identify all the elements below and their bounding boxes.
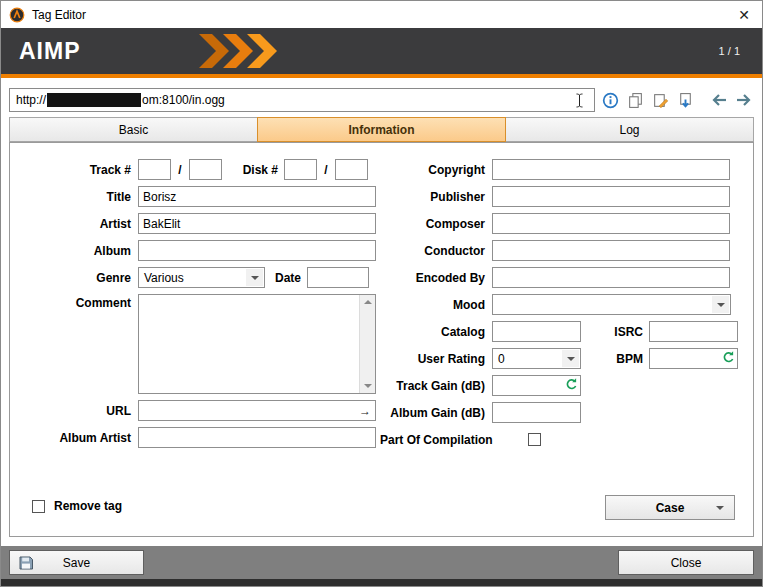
information-panel: Track # / Disk # / Title Artist Album <box>9 142 754 537</box>
tab-information[interactable]: Information <box>257 117 506 142</box>
artist-row: Artist <box>18 213 384 234</box>
comment-label: Comment <box>18 294 138 310</box>
copyright-label: Copyright <box>380 163 492 177</box>
album-artist-label: Album Artist <box>18 431 138 445</box>
artist-label: Artist <box>18 217 138 231</box>
publisher-label: Publisher <box>380 190 492 204</box>
open-url-button[interactable]: → <box>355 401 375 420</box>
page-indicator: 1 / 1 <box>719 45 740 57</box>
remove-tag-row: Remove tag <box>32 499 122 513</box>
close-icon[interactable]: ✕ <box>726 1 762 28</box>
window-title: Tag Editor <box>32 8 86 22</box>
bpm-refresh-icon[interactable] <box>721 350 736 365</box>
remove-tag-checkbox[interactable] <box>32 500 45 513</box>
composer-label: Composer <box>380 217 492 231</box>
prev-arrow-icon[interactable] <box>709 90 729 110</box>
remove-tag-label: Remove tag <box>54 499 122 513</box>
genre-select[interactable]: Various <box>138 267 265 288</box>
conductor-input[interactable] <box>492 240 730 261</box>
date-label: Date <box>265 271 307 285</box>
album-input[interactable] <box>138 240 376 261</box>
save-button[interactable]: Save <box>9 550 144 575</box>
brand-text: AIMP <box>19 38 81 65</box>
right-column: Copyright Publisher Composer Conductor E… <box>380 159 738 456</box>
tab-bar: Basic Information Log <box>9 117 754 142</box>
album-artist-row: Album Artist <box>18 427 384 448</box>
album-gain-input[interactable] <box>492 402 581 423</box>
user-rating-value: 0 <box>498 352 505 366</box>
text-cursor-icon <box>575 93 584 108</box>
copyright-input[interactable] <box>492 159 730 180</box>
footer-bar: Save Close <box>1 546 762 579</box>
album-artist-input[interactable] <box>138 427 376 448</box>
redaction-box <box>47 93 141 107</box>
comment-scrollbar[interactable] <box>359 295 375 393</box>
case-button-label: Case <box>656 501 685 515</box>
artist-input[interactable] <box>138 213 376 234</box>
export-icon[interactable] <box>675 90 695 110</box>
compilation-row: Part Of Compilation <box>380 429 738 450</box>
close-button-label: Close <box>671 556 702 570</box>
url-field-row: URL → <box>18 400 384 421</box>
track-gain-refresh-icon[interactable] <box>564 377 579 392</box>
title-input[interactable] <box>138 186 376 207</box>
chevron-down-icon <box>246 269 263 286</box>
bpm-input-wrap <box>649 348 738 369</box>
accent-stripe <box>1 74 762 78</box>
edit-tags-icon[interactable] <box>650 90 670 110</box>
url-prefix: http:// <box>16 93 46 107</box>
track-total-input[interactable] <box>189 159 222 180</box>
user-rating-select[interactable]: 0 <box>492 348 581 369</box>
comment-row: Comment <box>18 294 384 394</box>
comment-textarea[interactable] <box>138 294 376 394</box>
scroll-down-icon[interactable] <box>364 384 372 392</box>
date-input[interactable] <box>307 267 369 288</box>
composer-input[interactable] <box>492 213 730 234</box>
genre-label: Genre <box>18 271 138 285</box>
case-button[interactable]: Case <box>605 495 735 520</box>
chevrons-icon <box>199 34 279 68</box>
encoded-by-input[interactable] <box>492 267 730 288</box>
bpm-label: BPM <box>581 352 649 366</box>
album-row: Album <box>18 240 384 261</box>
conductor-row: Conductor <box>380 240 738 261</box>
publisher-row: Publisher <box>380 186 738 207</box>
conductor-label: Conductor <box>380 244 492 258</box>
catalog-input[interactable] <box>492 321 581 342</box>
mood-select[interactable] <box>492 294 731 315</box>
copyright-row: Copyright <box>380 159 738 180</box>
disk-total-input[interactable] <box>335 159 368 180</box>
scroll-up-icon[interactable] <box>364 296 372 304</box>
compilation-checkbox[interactable] <box>528 433 541 446</box>
encoded-by-row: Encoded By <box>380 267 738 288</box>
track-gain-row: Track Gain (dB) <box>380 375 738 396</box>
encoded-by-label: Encoded By <box>380 271 492 285</box>
window-bottom-edge <box>1 579 762 587</box>
track-disk-row: Track # / Disk # / <box>18 159 384 180</box>
chevron-down-icon <box>562 350 579 367</box>
publisher-input[interactable] <box>492 186 730 207</box>
genre-value: Various <box>144 271 184 285</box>
track-slash: / <box>171 163 189 177</box>
copy-icon[interactable] <box>625 90 645 110</box>
tab-basic[interactable]: Basic <box>9 117 258 142</box>
info-icon[interactable] <box>600 90 620 110</box>
header-banner: AIMP 1 / 1 <box>1 28 762 74</box>
track-number-input[interactable] <box>138 159 171 180</box>
isrc-input[interactable] <box>649 321 738 342</box>
genre-date-row: Genre Various Date <box>18 267 384 288</box>
chevron-down-icon <box>712 296 729 313</box>
tab-log[interactable]: Log <box>505 117 754 142</box>
disk-number-input[interactable] <box>284 159 317 180</box>
title-row: Title <box>18 186 384 207</box>
close-button[interactable]: Close <box>618 550 754 575</box>
url-field-input[interactable] <box>139 401 355 420</box>
track-gain-wrap <box>492 375 581 396</box>
rating-bpm-row: User Rating 0 BPM <box>380 348 738 369</box>
composer-row: Composer <box>380 213 738 234</box>
title-label: Title <box>18 190 138 204</box>
compilation-label: Part Of Compilation <box>380 433 492 447</box>
next-arrow-icon[interactable] <box>734 90 754 110</box>
disk-slash: / <box>317 163 335 177</box>
stream-url-input[interactable]: http://om:8100/in.ogg <box>9 88 595 112</box>
